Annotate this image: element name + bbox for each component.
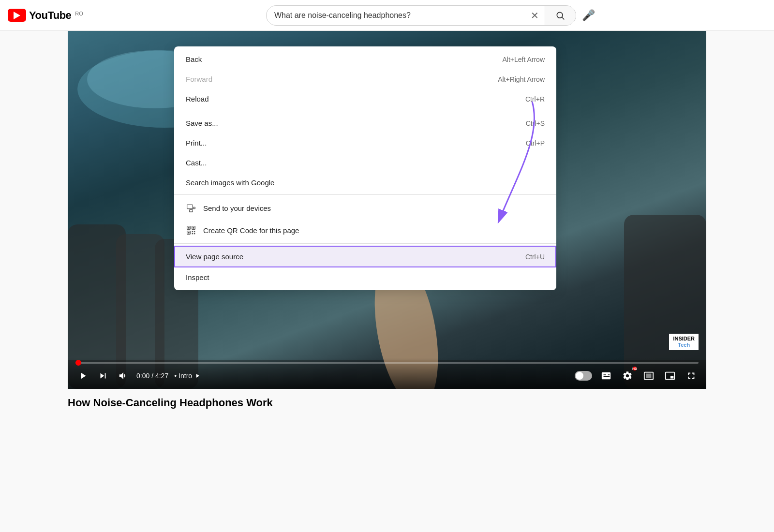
view-source-label: View page source	[186, 252, 243, 261]
search-bar: ✕	[266, 5, 576, 26]
send-devices-icon	[186, 203, 196, 213]
context-menu: Back Alt+Left Arrow Forward Alt+Right Ar…	[174, 46, 556, 290]
search-button[interactable]	[545, 5, 576, 26]
svg-rect-24	[192, 231, 194, 233]
context-menu-send-devices[interactable]: Send to your devices	[174, 197, 556, 219]
context-menu-print[interactable]: Print... Ctrl+P	[174, 133, 556, 153]
play-button[interactable]	[75, 369, 90, 383]
progress-dot	[75, 360, 81, 366]
search-images-label: Search images with Google	[186, 178, 274, 187]
svg-point-0	[557, 12, 563, 18]
context-menu-save-as[interactable]: Save as... Ctrl+S	[174, 113, 556, 133]
time-display: 0:00 / 4:27	[136, 372, 168, 380]
mini-player-button[interactable]	[663, 369, 677, 383]
save-as-shortcut: Ctrl+S	[526, 119, 545, 127]
divider-2	[174, 194, 556, 195]
insider-label: INSIDER	[673, 336, 695, 342]
video-title: How Noise-Canceling Headphones Work	[68, 389, 706, 417]
print-label: Print...	[186, 139, 207, 147]
back-label: Back	[186, 55, 202, 63]
qr-code-label: Create QR Code for this page	[203, 226, 299, 235]
reload-shortcut: Ctrl+R	[525, 95, 545, 103]
inspect-label: Inspect	[186, 273, 209, 281]
context-menu-qr-code[interactable]: Create QR Code for this page	[174, 219, 556, 241]
context-menu-reload[interactable]: Reload Ctrl+R	[174, 89, 556, 109]
svg-rect-27	[194, 233, 195, 235]
svg-rect-19	[188, 227, 189, 228]
svg-rect-14	[187, 205, 193, 208]
context-menu-forward[interactable]: Forward Alt+Right Arrow	[174, 69, 556, 89]
hd-badge: HD	[633, 367, 637, 370]
theater-mode-button[interactable]	[641, 369, 656, 383]
svg-rect-11	[646, 373, 652, 378]
svg-line-1	[562, 17, 565, 19]
youtube-logo-text: YouTube	[29, 9, 71, 22]
context-menu-inspect[interactable]: Inspect	[174, 267, 556, 287]
svg-rect-21	[193, 227, 194, 228]
context-menu-search-images[interactable]: Search images with Google	[174, 173, 556, 192]
search-clear-button[interactable]: ✕	[525, 10, 545, 21]
toggle-track[interactable]	[575, 371, 592, 381]
cast-label: Cast...	[186, 159, 207, 167]
youtube-header: YouTube RO ✕ 🎤	[0, 0, 774, 31]
forward-shortcut: Alt+Right Arrow	[498, 75, 545, 83]
divider-3	[174, 243, 556, 244]
send-devices-label: Send to your devices	[203, 204, 271, 212]
print-shortcut: Ctrl+P	[526, 139, 545, 147]
svg-rect-17	[193, 207, 195, 208]
search-input[interactable]	[267, 11, 525, 20]
youtube-logo-region: RO	[75, 11, 83, 16]
youtube-logo[interactable]: YouTube RO	[8, 9, 83, 22]
search-container: ✕ 🎤	[266, 5, 595, 26]
reload-label: Reload	[186, 95, 209, 103]
divider-1	[174, 111, 556, 111]
mic-button[interactable]: 🎤	[582, 9, 595, 22]
svg-rect-15	[190, 209, 193, 212]
back-shortcut: Alt+Left Arrow	[502, 56, 545, 63]
right-controls: HD	[575, 369, 699, 383]
svg-rect-23	[188, 232, 189, 233]
save-as-label: Save as...	[186, 119, 218, 127]
youtube-logo-icon	[8, 9, 26, 22]
tech-label: Tech	[673, 342, 695, 348]
total-time: 4:27	[155, 372, 168, 380]
intro-label: • Intro	[174, 372, 201, 380]
controls-row: 0:00 / 4:27 • Intro	[75, 369, 699, 383]
svg-rect-25	[194, 231, 195, 233]
qr-code-icon	[186, 225, 196, 236]
video-controls: 0:00 / 4:27 • Intro	[68, 358, 706, 389]
context-menu-back[interactable]: Back Alt+Left Arrow	[174, 49, 556, 69]
autoplay-toggle[interactable]	[575, 371, 592, 381]
context-menu-cast[interactable]: Cast...	[174, 153, 556, 173]
subtitles-button[interactable]	[599, 369, 613, 383]
insider-tech-badge: INSIDER Tech	[669, 334, 699, 350]
settings-button[interactable]: HD	[620, 369, 635, 383]
current-time: 0:00	[136, 372, 149, 380]
fullscreen-button[interactable]	[684, 369, 699, 383]
context-menu-view-source[interactable]: View page source Ctrl+U	[174, 246, 556, 267]
next-button[interactable]	[96, 369, 110, 383]
toggle-thumb	[576, 372, 583, 380]
forward-label: Forward	[186, 75, 212, 83]
svg-rect-26	[192, 233, 194, 235]
svg-rect-13	[670, 376, 673, 379]
progress-bar[interactable]	[75, 362, 699, 364]
volume-button[interactable]	[116, 369, 131, 383]
view-source-shortcut: Ctrl+U	[525, 253, 545, 261]
